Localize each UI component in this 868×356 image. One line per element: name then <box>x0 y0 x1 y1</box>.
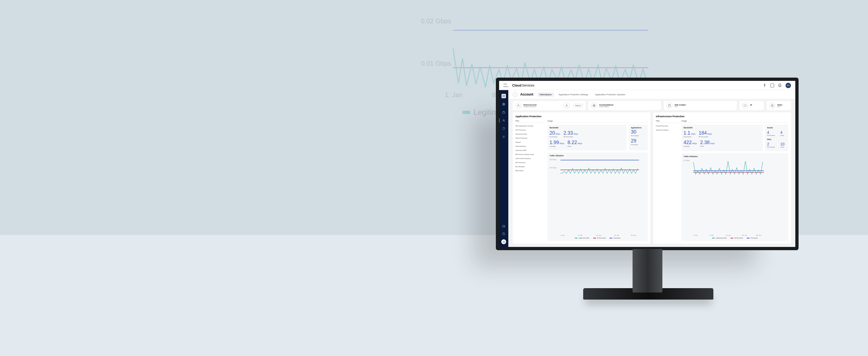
legend-label: 95 Percentile <box>597 237 606 239</box>
pin-icon[interactable] <box>763 84 767 87</box>
nav-briefcase-icon[interactable] <box>501 110 506 115</box>
metric-sub: Purchased <box>767 135 775 136</box>
infra-traffic-chart: 4.0 Gbps 1. Jan 8. Jan 15. Jan 22. Jan <box>684 158 786 236</box>
sidebar <box>499 90 508 247</box>
id-icon <box>742 102 748 109</box>
infra-traffic-card: Traffic Utilization 4.0 Gbps 1. Jan 8. J… <box>681 153 788 241</box>
tab-marketplace[interactable]: Marketplace <box>538 92 554 97</box>
legend-label: 95 Percentile <box>734 237 743 239</box>
svg-rect-1 <box>504 95 505 96</box>
plan-item: Network Analytics <box>656 129 679 131</box>
infra-sparkline <box>693 160 764 176</box>
svg-rect-14 <box>669 105 671 107</box>
svg-rect-0 <box>503 95 504 96</box>
nav-shield-icon[interactable] <box>501 126 506 131</box>
usage-heading: Usage <box>547 120 648 123</box>
metric-label: Applications <box>631 127 646 129</box>
metric-unit: Mbps <box>556 133 560 135</box>
info-notes: NotesN/A <box>767 101 791 110</box>
plan-item: API Protection <box>516 129 545 131</box>
metric-sub: 95 Percentile <box>699 136 712 138</box>
bg-y-tick: 0.02 Gbps <box>421 18 451 25</box>
plan-item: Data Retention <box>516 145 545 147</box>
bg-percentile-line <box>453 67 648 68</box>
svg-rect-15 <box>744 105 746 107</box>
info-id: ID… <box>739 101 764 110</box>
breadcrumb-title: Account <box>520 92 533 96</box>
metric-unit: Mbps <box>560 143 564 144</box>
metric-num: 4 <box>767 130 775 135</box>
calendar-icon <box>666 102 673 109</box>
plan-item: Web DDoS <box>516 170 545 172</box>
metric-sub: Peak <box>700 145 715 147</box>
metric-label: Bandwidth <box>550 127 624 129</box>
x-tick: 15. Jan <box>596 234 601 236</box>
x-tick: 22. Jan <box>742 234 747 236</box>
nav-help-icon[interactable] <box>501 232 506 236</box>
metric-num: 30 <box>631 129 646 135</box>
metric-num: 20 <box>550 130 555 136</box>
metric-num: 184 <box>699 130 707 136</box>
x-tick: 1. Jan <box>693 234 698 236</box>
y-tick: 0.02 Gbps <box>550 159 556 160</box>
legend-swatch <box>747 238 749 238</box>
infra-protection-panel: Infrastructure Protection Plan Firewall … <box>653 112 791 244</box>
legend-label: Purchased <box>750 237 757 239</box>
nav-dashboard-icon[interactable] <box>501 94 506 98</box>
plan-item: Client-side Protection <box>516 158 545 159</box>
legend-swatch <box>610 238 612 238</box>
bell-icon[interactable] <box>778 84 782 87</box>
metric-num: 29 <box>631 138 646 144</box>
app-traffic-card: Traffic Utilization 0.02 Gbps 0.01 Gbps … <box>547 152 648 241</box>
user-icon <box>564 102 569 109</box>
grid-icon[interactable] <box>770 84 774 87</box>
legend-label: Legitimate traffic <box>716 237 727 239</box>
x-tick: 8. Jan <box>710 234 714 236</box>
bg-x-tick: 1. Jan <box>445 91 463 99</box>
metric-sub: Average <box>684 145 697 147</box>
x-tick: 29. Jan <box>756 234 761 236</box>
chart-legend: Legitimate traffic 95 Percentile Purchas… <box>550 237 646 239</box>
nav-globe-icon[interactable] <box>501 102 506 107</box>
tab-operator[interactable]: Application Protection Operator <box>593 92 627 97</box>
info-label: Date Created <box>675 104 685 106</box>
metric-num: 2.38 <box>700 140 710 145</box>
metric-num: 422 <box>684 140 692 145</box>
account-info-strip: Parent Account Radware account Regular C… <box>508 99 795 112</box>
plan-heading: Plan <box>656 120 679 123</box>
metric-sub: 95 Percentile <box>563 136 578 138</box>
legend-swatch <box>575 238 578 238</box>
panel-heading: Application Protection <box>516 115 648 118</box>
legend-swatch <box>731 238 733 238</box>
metric-sub: Used <box>780 135 784 136</box>
info-value: Radware account <box>524 106 536 108</box>
nav-gear-icon[interactable] <box>501 135 506 139</box>
metric-unit: Gbps <box>691 133 695 135</box>
plan-item: ERT Active Attacker Feed <box>516 154 545 155</box>
tab-settings[interactable]: Application Protection Settings <box>557 92 590 97</box>
bg-y-tick: 0.01 Gbps <box>421 60 451 67</box>
nav-support-icon[interactable] <box>501 224 506 229</box>
metric-num: 1.99 <box>550 140 559 145</box>
info-parent-account: Parent Account Radware account Regular <box>513 101 586 110</box>
apps-card: Applications 30Purchased 29Protected <box>629 124 648 150</box>
vendor-logo: ılıılı cisco <box>503 83 508 88</box>
info-country: Country/AddressUnited States <box>588 101 661 110</box>
infra-bandwidth-card: Bandwidth 1.1GbpsPurchased 184Mbps95 Per… <box>681 124 763 151</box>
bandwidth-card: Bandwidth 20MbpsPurchased 2.33Mbps95 Per… <box>547 124 627 150</box>
notes-icon <box>769 102 775 109</box>
plan-heading: Plan <box>516 120 545 123</box>
x-tick: 29. Jan <box>631 234 636 236</box>
svg-point-7 <box>503 137 504 137</box>
panel-heading: Infrastructure Protection <box>656 115 788 118</box>
metric-unit: Mbps <box>578 143 582 144</box>
user-avatar[interactable]: KZ <box>785 83 791 88</box>
nav-power-icon[interactable] <box>501 239 506 244</box>
nav-user-icon[interactable] <box>501 118 506 123</box>
metric-sub: Average <box>550 145 564 147</box>
back-button[interactable]: ‹ <box>513 92 518 97</box>
x-tick: 1. Jan <box>560 234 564 236</box>
metric-sub: Purchased <box>550 136 560 138</box>
topbar: ılıılı cisco Cloud Services KZ <box>499 81 795 90</box>
info-label: Parent Account <box>524 104 536 106</box>
